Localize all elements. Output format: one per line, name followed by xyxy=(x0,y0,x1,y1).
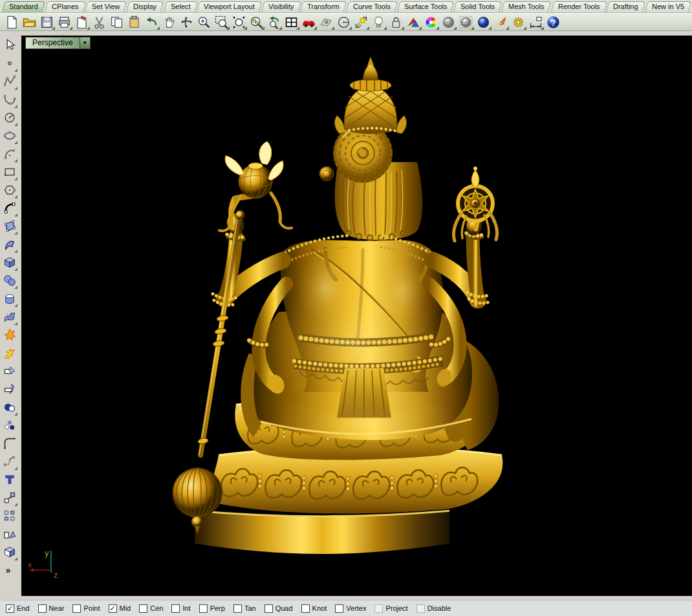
checkbox[interactable] xyxy=(374,604,383,613)
tab-set-view[interactable]: Set View xyxy=(85,1,127,12)
surface-points-button[interactable] xyxy=(1,217,18,235)
cone-pointer-button[interactable] xyxy=(492,14,510,30)
osnap-cen[interactable]: Cen xyxy=(139,604,163,613)
tab-new-in-v5[interactable]: New in V5 xyxy=(645,1,691,12)
viewport-title-label[interactable]: Perspective xyxy=(26,37,80,48)
zoom-dynamic-button[interactable] xyxy=(195,14,213,30)
move-button[interactable] xyxy=(1,489,18,507)
car-button[interactable] xyxy=(300,14,318,30)
checkbox[interactable] xyxy=(72,604,81,613)
copy-button[interactable] xyxy=(108,14,125,30)
surface-curved-button[interactable] xyxy=(1,235,18,253)
checkbox[interactable] xyxy=(38,604,47,613)
cylinder-button[interactable] xyxy=(1,290,18,308)
osnap-mid[interactable]: ✓Mid xyxy=(109,604,131,613)
osnap-project[interactable]: Project xyxy=(374,604,407,613)
viewport-title[interactable]: Perspective ▼ xyxy=(25,37,91,49)
boolean-diff-button[interactable] xyxy=(1,416,18,434)
trim-button[interactable] xyxy=(1,362,18,380)
selection-filter-button[interactable] xyxy=(352,14,370,30)
checkbox[interactable] xyxy=(265,604,273,613)
solid-box-button[interactable] xyxy=(1,543,18,561)
tab-render-tools[interactable]: Render Tools xyxy=(551,1,607,12)
checkbox[interactable] xyxy=(139,604,147,613)
tab-visibility[interactable]: Visibility xyxy=(261,1,301,12)
split-button[interactable] xyxy=(1,380,18,398)
checkbox[interactable] xyxy=(416,604,425,613)
print-button[interactable] xyxy=(56,14,73,30)
color-wheel-button[interactable] xyxy=(422,14,440,30)
help-button[interactable] xyxy=(545,14,562,30)
boolean-union-button[interactable] xyxy=(1,398,18,416)
checkbox[interactable] xyxy=(171,604,180,613)
checkbox[interactable] xyxy=(199,604,208,613)
array-button[interactable] xyxy=(1,507,18,525)
spheres-button[interactable] xyxy=(1,271,18,290)
curve-handles-button[interactable] xyxy=(1,199,18,217)
checkbox[interactable] xyxy=(301,604,310,613)
patch-button[interactable] xyxy=(1,308,18,326)
new-file-button[interactable] xyxy=(3,14,21,30)
open-folder-button[interactable] xyxy=(21,14,38,30)
rendered-view-button[interactable] xyxy=(475,14,492,30)
checkbox[interactable] xyxy=(233,604,242,613)
dimension-button[interactable] xyxy=(527,14,545,30)
burst-button[interactable] xyxy=(1,344,18,362)
curve-button[interactable] xyxy=(1,90,18,109)
checkbox[interactable]: ✓ xyxy=(6,604,14,613)
polyline-button[interactable] xyxy=(1,72,18,90)
rectangle-button[interactable] xyxy=(1,163,18,181)
tab-transform[interactable]: Transform xyxy=(300,1,347,12)
checkbox[interactable]: ✓ xyxy=(109,604,117,613)
circle-button[interactable] xyxy=(1,109,18,127)
viewport-title-dropdown[interactable]: ▼ xyxy=(80,37,90,48)
orbit-button[interactable] xyxy=(178,14,195,30)
osnap-near[interactable]: Near xyxy=(38,604,65,613)
paste-button[interactable] xyxy=(125,14,143,30)
osnap-tan[interactable]: Tan xyxy=(233,604,256,613)
tab-drafting[interactable]: Drafting xyxy=(606,1,645,12)
cplane-button[interactable] xyxy=(405,14,422,30)
export-page-button[interactable] xyxy=(73,14,91,30)
tab-mesh-tools[interactable]: Mesh Tools xyxy=(501,1,552,12)
lamp-button[interactable] xyxy=(370,14,387,30)
circle-radius-button[interactable] xyxy=(335,14,352,30)
zoom-extents-button[interactable] xyxy=(230,14,248,30)
tab-curve-tools[interactable]: Curve Tools xyxy=(346,1,398,12)
viewport-perspective[interactable]: Perspective ▼ xyxy=(21,36,692,596)
star-button[interactable] xyxy=(1,326,18,344)
osnap-disable[interactable]: Disable xyxy=(416,604,451,613)
point-button[interactable] xyxy=(1,54,18,72)
undo-button[interactable] xyxy=(143,14,160,30)
tab-display[interactable]: Display xyxy=(126,1,164,12)
box-button[interactable] xyxy=(1,253,18,271)
pan-hand-button[interactable] xyxy=(160,14,178,30)
undo-view-button[interactable] xyxy=(265,14,283,30)
zoom-window-button[interactable] xyxy=(213,14,230,30)
tab-cplanes[interactable]: CPlanes xyxy=(45,1,86,12)
zoom-selected-button[interactable] xyxy=(248,14,265,30)
polygon-button[interactable] xyxy=(1,181,18,199)
pointer-button[interactable] xyxy=(1,36,18,54)
ellipse-button[interactable] xyxy=(1,127,18,145)
options-gears-button[interactable] xyxy=(510,14,527,30)
tab-surface-tools[interactable]: Surface Tools xyxy=(397,1,455,12)
ghosted-view-button[interactable] xyxy=(457,14,475,30)
text-button[interactable] xyxy=(1,471,18,489)
blend-button[interactable] xyxy=(1,452,18,471)
osnap-end[interactable]: ✓End xyxy=(6,604,30,613)
osnap-point[interactable]: Point xyxy=(72,604,100,613)
osnap-int[interactable]: Int xyxy=(171,604,190,613)
shaded-view-button[interactable] xyxy=(440,14,457,30)
checkbox[interactable] xyxy=(335,604,343,613)
tab-select[interactable]: Select xyxy=(163,1,197,12)
viewport-layout-button[interactable] xyxy=(283,14,300,30)
save-button[interactable] xyxy=(38,14,56,30)
mesh-cage-button[interactable] xyxy=(318,14,335,30)
osnap-quad[interactable]: Quad xyxy=(265,604,293,613)
tab-solid-tools[interactable]: Solid Tools xyxy=(453,1,502,12)
tab-viewport-layout[interactable]: Viewport Layout xyxy=(197,1,262,12)
osnap-knot[interactable]: Knot xyxy=(301,604,327,613)
tab-standard[interactable]: Standard xyxy=(2,1,45,12)
rotate-button[interactable] xyxy=(1,525,18,543)
